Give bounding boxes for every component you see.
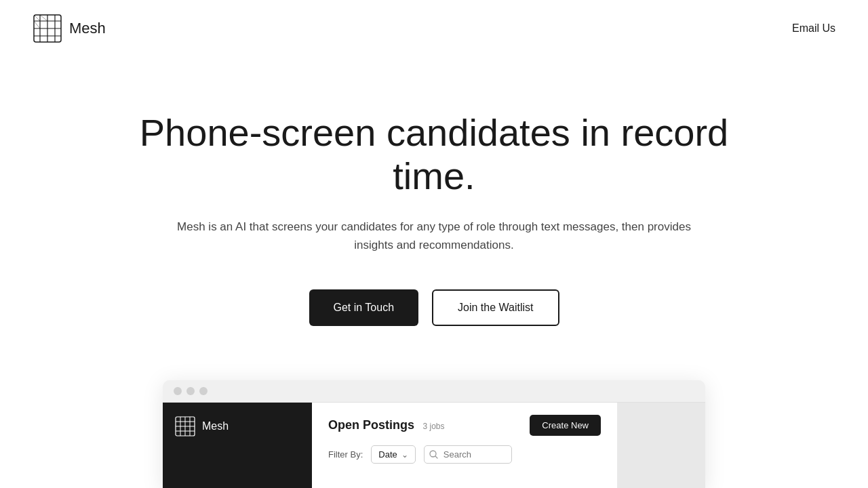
svg-line-8 — [40, 15, 47, 21]
window-main: Open Postings 3 jobs Create New Filter B… — [312, 403, 617, 488]
svg-line-9 — [34, 21, 40, 28]
window-titlebar — [163, 380, 705, 403]
join-waitlist-button[interactable]: Join the Waitlist — [432, 289, 559, 326]
create-new-button[interactable]: Create New — [530, 415, 601, 436]
logo-text: Mesh — [69, 20, 106, 37]
logo[interactable]: Mesh — [33, 14, 106, 43]
hero-subtitle: Mesh is an AI that screens your candidat… — [170, 218, 698, 254]
sidebar-logo-row: Mesh — [175, 416, 229, 436]
hero-section: Phone-screen candidates in record time. … — [0, 57, 868, 353]
open-postings-header: Open Postings 3 jobs — [328, 418, 445, 432]
window-body: Mesh Open Postings 3 jobs Create New Fil… — [163, 403, 705, 488]
jobs-count-badge: 3 jobs — [422, 422, 444, 431]
get-in-touch-button[interactable]: Get in Touch — [309, 289, 419, 326]
hero-title: Phone-screen candidates in record time. — [129, 111, 739, 199]
window-dot-1 — [174, 387, 182, 395]
cta-buttons: Get in Touch Join the Waitlist — [309, 289, 559, 326]
chevron-down-icon: ⌄ — [401, 450, 408, 460]
mesh-logo-icon — [33, 14, 62, 43]
window-filters: Filter By: Date ⌄ — [328, 445, 601, 464]
svg-line-7 — [34, 15, 40, 21]
filter-by-label: Filter By: — [328, 449, 363, 460]
date-option-label: Date — [378, 449, 397, 460]
navbar: Mesh Email Us — [0, 0, 868, 57]
open-postings-title: Open Postings — [328, 418, 414, 432]
svg-line-18 — [435, 456, 437, 458]
window-main-header: Open Postings 3 jobs Create New — [328, 415, 601, 436]
window-dot-3 — [199, 387, 208, 395]
window-right-panel — [617, 403, 705, 488]
window-dot-2 — [186, 387, 195, 395]
window-sidebar: Mesh — [163, 403, 312, 488]
preview-wrapper: Mesh Open Postings 3 jobs Create New Fil… — [0, 353, 868, 488]
email-us-link[interactable]: Email Us — [792, 22, 835, 35]
sidebar-logo-icon — [175, 416, 195, 436]
date-filter-select[interactable]: Date ⌄ — [371, 445, 415, 464]
search-filter-container — [424, 445, 512, 464]
preview-window: Mesh Open Postings 3 jobs Create New Fil… — [163, 380, 705, 488]
search-icon — [429, 450, 438, 459]
sidebar-logo-label: Mesh — [202, 420, 229, 432]
